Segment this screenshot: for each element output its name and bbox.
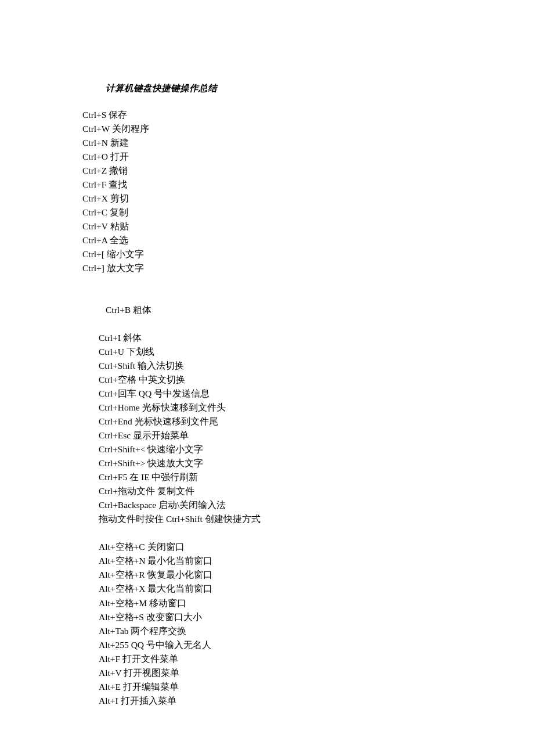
shortcut-line: Ctrl+空格 中英文切换 — [99, 373, 534, 387]
shortcut-line: Ctrl+B 粗体 — [106, 303, 534, 317]
shortcut-line: Alt+空格+N 最小化当前窗口 — [99, 554, 534, 568]
shortcut-line: Alt+空格+M 移动窗口 — [99, 596, 534, 610]
shortcuts-block-alt: Alt+空格+C 关闭窗口Alt+空格+N 最小化当前窗口Alt+空格+R 恢复… — [99, 540, 534, 707]
shortcut-line: Alt+Tab 两个程序交换 — [99, 624, 534, 638]
shortcut-line: Ctrl+Shift+> 快速放大文字 — [99, 456, 534, 470]
shortcut-line: Ctrl+W 关闭程序 — [82, 122, 534, 136]
shortcut-line: Ctrl+F5 在 IE 中强行刷新 — [99, 470, 534, 484]
shortcut-line: Ctrl+] 放大文字 — [82, 261, 534, 275]
shortcut-line: Ctrl+End 光标快速移到文件尾 — [99, 415, 534, 429]
shortcut-line: Ctrl+Esc 显示开始菜单 — [99, 429, 534, 442]
shortcut-line: Alt+空格+C 关闭窗口 — [99, 540, 534, 554]
shortcut-line: Ctrl+X 剪切 — [82, 192, 534, 206]
shortcut-line: Ctrl+I 斜体 — [99, 331, 534, 345]
shortcut-line: Ctrl+S 保存 — [82, 108, 534, 122]
shortcut-line: Ctrl+[ 缩小文字 — [82, 247, 534, 261]
document-title: 计算机键盘快捷键操作总结 — [106, 81, 534, 95]
shortcut-line: Ctrl+F 查找 — [82, 178, 534, 192]
shortcut-line: Ctrl+V 粘贴 — [82, 219, 534, 233]
shortcut-line: Ctrl+拖动文件 复制文件 — [99, 484, 534, 498]
document-page: 计算机键盘快捷键操作总结 Ctrl+S 保存Ctrl+W 关闭程序Ctrl+N … — [0, 0, 534, 708]
shortcuts-block-bold: Ctrl+B 粗体 — [106, 303, 534, 317]
shortcut-line: Ctrl+Shift+< 快速缩小文字 — [99, 442, 534, 456]
shortcut-line: Alt+E 打开编辑菜单 — [99, 680, 534, 694]
shortcuts-block-ctrl-ext: Ctrl+I 斜体Ctrl+U 下划线Ctrl+Shift 输入法切换Ctrl+… — [99, 331, 534, 526]
shortcut-line: Alt+I 打开插入菜单 — [99, 694, 534, 708]
shortcut-line: Ctrl+回车 QQ 号中发送信息 — [99, 387, 534, 401]
shortcut-line: Alt+F 打开文件菜单 — [99, 652, 534, 666]
shortcut-line: Ctrl+Backspace 启动\关闭输入法 — [99, 498, 534, 512]
shortcut-line: Ctrl+A 全选 — [82, 233, 534, 247]
shortcut-line: Ctrl+O 打开 — [82, 150, 534, 164]
shortcut-line: Alt+空格+S 改变窗口大小 — [99, 610, 534, 624]
shortcut-line: Ctrl+Home 光标快速移到文件头 — [99, 401, 534, 415]
shortcut-line: Ctrl+N 新建 — [82, 136, 534, 150]
shortcuts-block-ctrl: Ctrl+S 保存Ctrl+W 关闭程序Ctrl+N 新建Ctrl+O 打开Ct… — [82, 108, 534, 275]
shortcut-line: Alt+空格+R 恢复最小化窗口 — [99, 568, 534, 582]
shortcut-line: 拖动文件时按住 Ctrl+Shift 创建快捷方式 — [99, 512, 534, 526]
shortcut-line: Alt+V 打开视图菜单 — [99, 666, 534, 680]
shortcut-line: Ctrl+Z 撤销 — [82, 164, 534, 178]
shortcut-line: Ctrl+U 下划线 — [99, 345, 534, 359]
shortcut-line: Alt+空格+X 最大化当前窗口 — [99, 582, 534, 596]
shortcut-line: Ctrl+C 复制 — [82, 206, 534, 219]
shortcut-line: Ctrl+Shift 输入法切换 — [99, 359, 534, 373]
shortcut-line: Alt+255 QQ 号中输入无名人 — [99, 638, 534, 652]
